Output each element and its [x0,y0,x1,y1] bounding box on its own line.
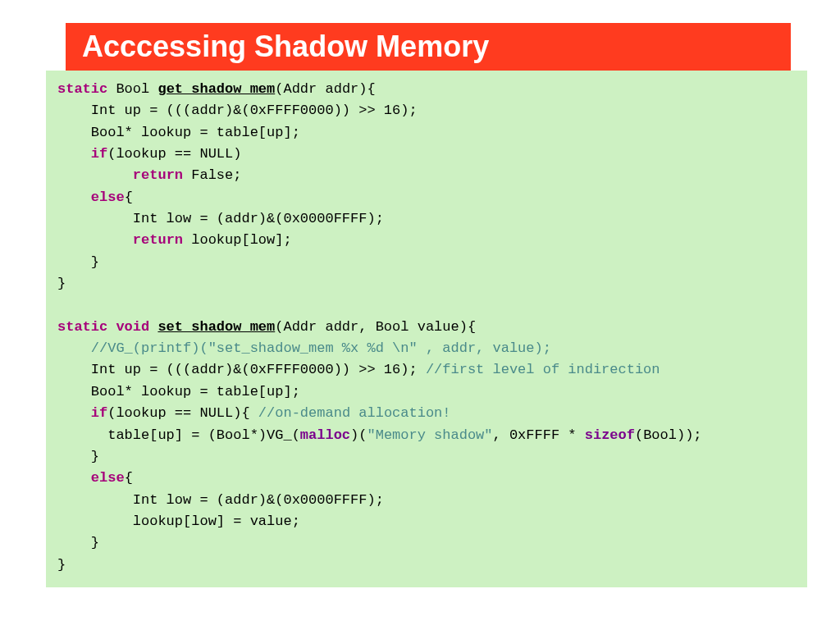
code-text: (lookup == NULL) [107,146,241,162]
code-line: Int up = (((addr)&(0xFFFF0000)) >> 16); [57,103,418,118]
code-line: } [57,557,66,573]
code-text [57,167,133,183]
fn-get-shadow-mem: get_shadow_mem [158,81,275,97]
code-line: } [57,276,66,291]
kw-else: else [91,470,125,486]
slide-title: Acccessing Shadow Memory [66,23,791,71]
code-text: , 0xFFFF * [493,427,585,443]
kw-else: else [91,189,125,205]
comment: //VG_(printf)("set_shadow_mem %x %d \n" … [91,340,551,356]
code-text: { [125,470,133,486]
code-line: Int low = (addr)&(0x0000FFFF); [57,211,384,226]
code-text: { [125,189,133,205]
code-text [149,319,158,335]
code-line: Bool* lookup = table[up]; [57,384,300,399]
code-line: } [57,449,99,464]
comment: //on-demand allocation! [258,405,451,421]
code-line: } [57,254,99,270]
kw-return: return [133,167,183,183]
code-text: lookup[low]; [183,232,292,248]
code-text [57,405,91,421]
code-text: (Addr addr, Bool value){ [275,319,476,335]
code-text [57,232,133,248]
kw-malloc: malloc [300,427,350,443]
code-text: Int up = (((addr)&(0xFFFF0000)) >> 16); [57,362,426,377]
code-line: Bool* lookup = table[up]; [57,125,300,140]
code-text: False; [183,167,241,183]
code-text [57,470,91,486]
code-text: (Addr addr){ [275,81,375,97]
code-line: } [57,535,99,550]
comment: //first level of indirection [426,362,660,377]
code-text [57,340,91,356]
kw-sizeof: sizeof [585,427,635,443]
string-literal: "Memory shadow" [367,427,492,443]
kw-if: if [91,146,107,162]
slide: Acccessing Shadow Memory static Bool get… [0,0,840,587]
code-block: static Bool get_shadow_mem(Addr addr){ I… [46,71,807,587]
fn-set-shadow-mem: set_shadow_mem [158,319,275,335]
code-text: table[up] = (Bool*)VG_( [57,427,300,443]
kw-return: return [133,232,183,248]
code-text: )( [350,427,367,443]
code-text: Bool [107,81,158,97]
code-text [57,146,91,162]
code-line: Int low = (addr)&(0x0000FFFF); [57,492,384,508]
kw-if: if [91,405,107,421]
code-text: (Bool)); [635,427,702,443]
code-text [57,189,91,205]
kw-static-void: static void [57,319,149,335]
code-text: (lookup == NULL){ [107,405,258,421]
code-line: lookup[low] = value; [57,514,300,529]
kw-static: static [57,81,107,97]
